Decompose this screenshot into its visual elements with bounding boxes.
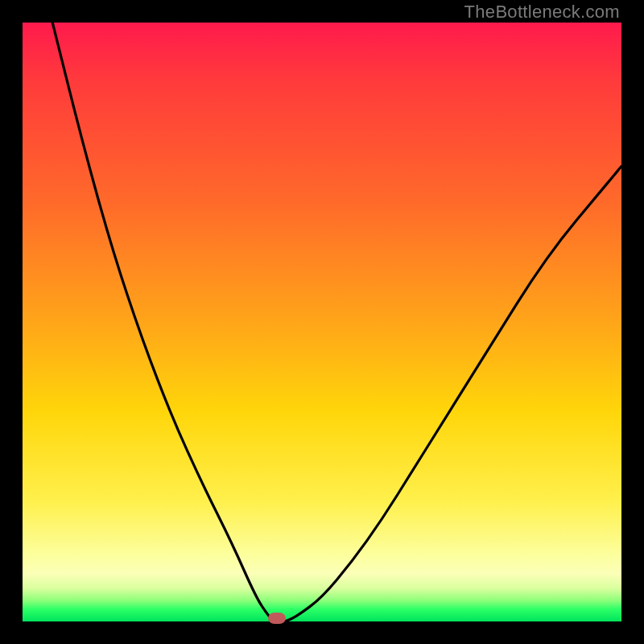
chart-frame: TheBottleneck.com bbox=[0, 0, 644, 644]
watermark-text: TheBottleneck.com bbox=[464, 2, 620, 23]
bottleneck-curve bbox=[23, 23, 621, 621]
optimal-point-marker bbox=[268, 613, 286, 624]
plot-area bbox=[23, 23, 621, 621]
